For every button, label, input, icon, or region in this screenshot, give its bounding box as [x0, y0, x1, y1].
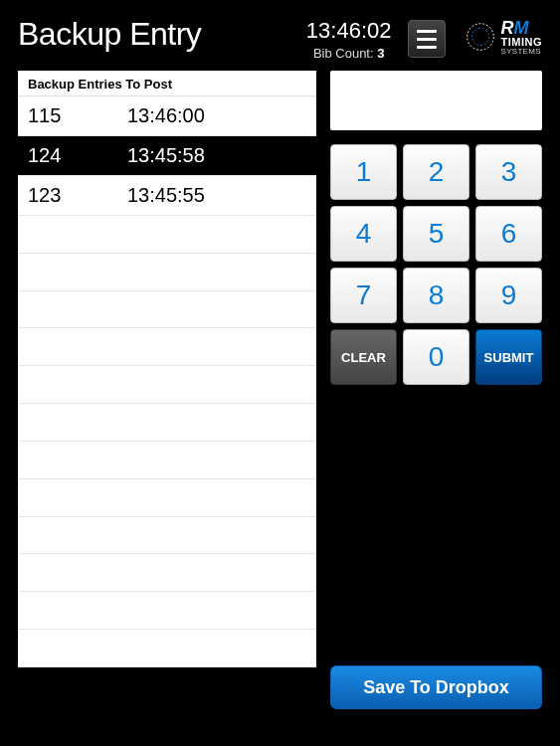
table-row-empty	[18, 517, 316, 555]
table-row-empty	[18, 404, 316, 442]
logo-swirl-icon	[462, 18, 499, 56]
keypad-9[interactable]: 9	[475, 268, 542, 323]
keypad-6[interactable]: 6	[475, 206, 542, 262]
svg-point-0	[467, 24, 493, 51]
table-row-empty	[18, 291, 316, 329]
keypad-clear[interactable]: CLEAR	[330, 329, 397, 385]
logo-r: R	[501, 18, 514, 38]
table-row-empty	[18, 216, 316, 254]
save-to-dropbox-button[interactable]: Save To Dropbox	[330, 665, 542, 709]
row-time: 13:45:55	[127, 184, 306, 207]
table-row[interactable]: 11513:46:00	[18, 96, 316, 136]
table-row-empty	[18, 630, 316, 667]
table-row[interactable]: 12313:45:55	[18, 176, 316, 216]
rm-timing-logo: RM TIMING SYSTEMS	[462, 18, 543, 56]
logo-systems: SYSTEMS	[501, 48, 543, 56]
keypad-8[interactable]: 8	[403, 268, 469, 323]
logo-timing: TIMING	[501, 37, 543, 48]
table-row-empty	[18, 254, 316, 291]
row-bib: 115	[28, 104, 127, 127]
table-row-empty	[18, 554, 316, 592]
keypad-3[interactable]: 3	[475, 144, 542, 200]
svg-point-1	[471, 28, 488, 45]
bib-count: Bib Count: 3	[306, 46, 392, 61]
table-row-empty	[18, 366, 316, 404]
logo-m: M	[514, 18, 529, 38]
bib-count-value: 3	[377, 46, 384, 61]
keypad-7[interactable]: 7	[330, 268, 397, 323]
entries-list-panel: Backup Entries To Post 11513:46:0012413:…	[18, 71, 316, 667]
row-time: 13:45:58	[127, 144, 306, 167]
keypad-5[interactable]: 5	[403, 206, 469, 262]
row-time: 13:46:00	[127, 104, 306, 127]
keypad-4[interactable]: 4	[330, 206, 397, 262]
keypad-submit[interactable]: SUBMIT	[475, 329, 542, 385]
bib-input-display[interactable]	[330, 71, 542, 130]
table-row-empty	[18, 442, 316, 479]
row-bib: 124	[28, 144, 127, 167]
table-row-empty	[18, 479, 316, 517]
keypad-2[interactable]: 2	[403, 144, 469, 200]
bib-count-label: Bib Count:	[313, 46, 374, 61]
menu-button[interactable]	[408, 20, 446, 58]
table-row-empty	[18, 328, 316, 366]
row-bib: 123	[28, 184, 127, 207]
table-row-empty	[18, 592, 316, 630]
list-header: Backup Entries To Post	[18, 71, 316, 96]
table-row[interactable]: 12413:45:58	[18, 136, 316, 176]
page-title: Backup Entry	[18, 16, 290, 53]
keypad: 123456789CLEAR0SUBMIT	[330, 144, 542, 385]
clock-time: 13:46:02	[306, 18, 392, 44]
keypad-1[interactable]: 1	[330, 144, 397, 200]
list-body[interactable]: 11513:46:0012413:45:5812313:45:55	[18, 96, 316, 667]
keypad-0[interactable]: 0	[403, 329, 469, 385]
